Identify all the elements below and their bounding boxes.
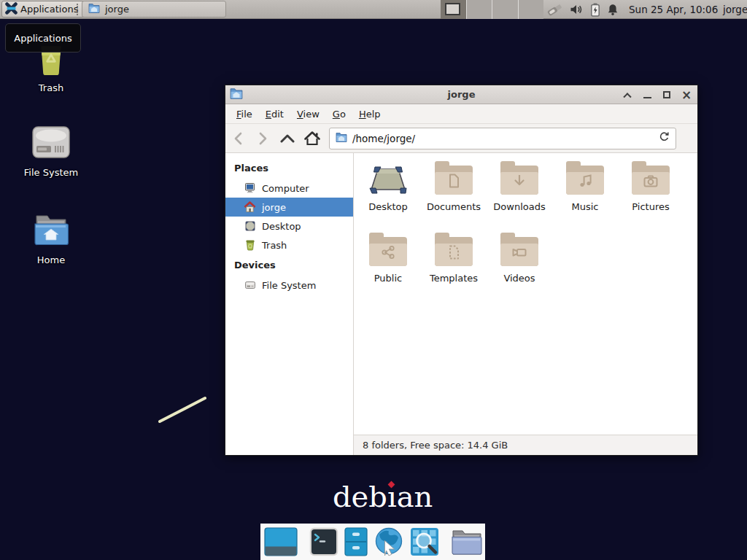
desktop-icon-label: File System: [24, 167, 78, 178]
music-notes-glyph-icon: [576, 172, 594, 190]
debian-logo-text: deb: [333, 480, 387, 513]
sidebar-item-jorge[interactable]: jorge: [225, 198, 353, 217]
download-arrow-glyph-icon: [511, 172, 528, 190]
sidebar: Places Computer: [225, 153, 354, 455]
desktop-icon: [244, 220, 256, 233]
folder-icon[interactable]: [451, 528, 483, 556]
file-item-label: Desktop: [368, 201, 408, 212]
workspace-2[interactable]: [467, 0, 493, 19]
video-camera-glyph-icon: [511, 244, 528, 261]
debian-logo-i: ı: [387, 480, 397, 513]
panel-user-label[interactable]: jorge: [723, 0, 747, 19]
file-item-pictures[interactable]: Pictures: [618, 159, 684, 228]
forward-button[interactable]: [250, 128, 275, 149]
desktop-icon-home[interactable]: Home: [11, 213, 91, 265]
file-grid: Desktop Documents: [354, 153, 697, 435]
home-icon: [244, 201, 256, 214]
file-manager-window: jorge × File Edit View Go Help: [225, 85, 698, 456]
sidebar-item-label: File System: [262, 280, 316, 291]
folder-icon: [500, 237, 538, 266]
path-input[interactable]: /home/jorge/: [352, 133, 654, 144]
notifications-bell-icon[interactable]: [607, 4, 619, 16]
menu-view[interactable]: View: [290, 106, 326, 122]
taskbar-window-label: jorge: [105, 4, 129, 15]
status-text: 8 folders, Free space: 14.4 GiB: [363, 440, 508, 451]
menu-file[interactable]: File: [230, 106, 259, 122]
folder-icon: [566, 166, 604, 195]
menu-help[interactable]: Help: [352, 106, 387, 122]
file-item-videos[interactable]: Videos: [487, 230, 552, 299]
file-item-label: Public: [374, 273, 402, 284]
window-titlebar[interactable]: jorge ×: [225, 85, 697, 104]
home-folder-icon: [31, 213, 71, 251]
dock-panel: [260, 524, 485, 560]
application-finder-icon[interactable]: [410, 527, 439, 556]
folder-icon: [500, 166, 538, 195]
menu-go[interactable]: Go: [326, 106, 352, 122]
hard-drive-icon: [31, 125, 71, 163]
menu-bar: File Edit View Go Help: [225, 104, 697, 124]
system-tray: [546, 0, 619, 19]
volume-icon[interactable]: [570, 3, 584, 16]
status-bar: 8 folders, Free space: 14.4 GiB: [354, 435, 697, 455]
back-button[interactable]: [225, 128, 250, 149]
panel-clock[interactable]: Sun 25 Apr, 10:06: [629, 0, 718, 19]
sidebar-item-label: Trash: [262, 240, 287, 251]
file-item-desktop[interactable]: Desktop: [355, 159, 421, 228]
path-bar[interactable]: /home/jorge/: [329, 128, 676, 149]
folder-icon: [435, 166, 473, 195]
debian-logo-text: an: [397, 480, 433, 513]
desktop-special-icon: [368, 166, 408, 195]
shade-button[interactable]: [622, 90, 632, 100]
applications-menu-button[interactable]: Applications: [1, 1, 85, 18]
refresh-icon[interactable]: [659, 131, 670, 145]
web-browser-globe-icon[interactable]: [374, 526, 404, 557]
document-glyph-icon: [445, 172, 462, 190]
file-item-documents[interactable]: Documents: [421, 159, 487, 228]
sidebar-item-label: Desktop: [262, 221, 301, 232]
workspace-4[interactable]: [519, 0, 544, 19]
sidebar-item-trash[interactable]: Trash: [225, 236, 353, 254]
sidebar-item-label: Computer: [262, 183, 309, 194]
home-button[interactable]: [300, 128, 325, 149]
file-item-label: Documents: [427, 201, 481, 212]
debian-logo: debıan: [333, 480, 433, 513]
terminal-icon[interactable]: [309, 527, 338, 556]
battery-icon[interactable]: [590, 3, 600, 17]
workspace-switcher[interactable]: [441, 0, 543, 19]
up-button[interactable]: [275, 128, 300, 149]
stylus-tool-icon[interactable]: [546, 2, 563, 17]
desktop-icon-file-system[interactable]: File System: [11, 125, 91, 178]
file-item-music[interactable]: Music: [552, 159, 618, 228]
desktop-icon-label: Home: [37, 254, 65, 265]
workspace-window-preview: [445, 3, 460, 15]
workspace-1[interactable]: [441, 0, 467, 19]
xfce-applications-icon: [5, 2, 18, 17]
workspace-3[interactable]: [492, 0, 519, 19]
file-item-downloads[interactable]: Downloads: [487, 159, 552, 228]
file-item-label: Music: [572, 201, 599, 212]
file-cabinet-icon[interactable]: [344, 527, 368, 556]
hard-drive-icon: [244, 279, 256, 292]
minimize-button[interactable]: [642, 90, 652, 100]
maximize-button[interactable]: [662, 90, 672, 100]
folder-icon: [336, 131, 347, 145]
menu-edit[interactable]: Edit: [259, 106, 290, 122]
show-desktop-icon[interactable]: [264, 527, 298, 556]
sidebar-item-computer[interactable]: Computer: [225, 179, 353, 198]
panel-handle[interactable]: [77, 4, 80, 15]
sidebar-places-header: Places: [225, 158, 353, 179]
sidebar-item-label: jorge: [262, 202, 286, 213]
camera-glyph-icon: [642, 172, 659, 190]
file-item-public[interactable]: Public: [355, 230, 421, 299]
file-item-label: Videos: [503, 273, 535, 284]
sidebar-item-file-system[interactable]: File System: [225, 276, 353, 295]
folder-icon: [632, 166, 670, 195]
sidebar-devices-header: Devices: [225, 254, 353, 276]
folder-icon: [435, 237, 473, 266]
file-item-templates[interactable]: Templates: [421, 230, 487, 299]
sidebar-item-desktop[interactable]: Desktop: [225, 217, 353, 236]
close-button[interactable]: ×: [681, 90, 692, 100]
applications-menu-label: Applications: [20, 4, 78, 15]
taskbar-window-button[interactable]: jorge: [82, 1, 226, 18]
